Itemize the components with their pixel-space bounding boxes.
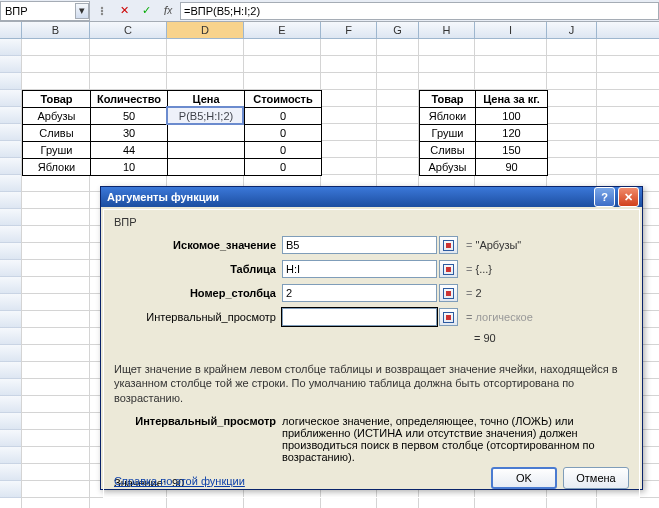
table-cell[interactable]: Сливы	[23, 125, 91, 142]
row-header[interactable]	[0, 209, 22, 226]
name-box-text: ВПР	[5, 5, 28, 17]
column-header-E[interactable]: E	[244, 22, 321, 38]
name-box[interactable]: ВПР ▾	[0, 1, 90, 21]
row-header[interactable]	[0, 328, 22, 345]
row-header[interactable]	[0, 56, 22, 73]
table-cell[interactable]: 44	[91, 142, 168, 159]
range-selector-icon[interactable]	[439, 236, 458, 254]
table-cell[interactable]: 0	[245, 159, 322, 176]
table-cell[interactable]: 0	[245, 108, 322, 125]
argument-row: Номер_столбца2= 2	[114, 282, 629, 304]
argument-label: Таблица	[114, 263, 282, 275]
dialog-close-button[interactable]: ✕	[618, 187, 639, 207]
range-selector-icon[interactable]	[439, 260, 458, 278]
row-header[interactable]	[0, 481, 22, 498]
dialog-title: Аргументы функции	[107, 191, 219, 203]
svg-point-2	[101, 12, 103, 14]
table-row: Сливы300	[23, 125, 322, 142]
table-cell[interactable]: 120	[476, 125, 548, 142]
row-header[interactable]	[0, 192, 22, 209]
name-box-dropdown-icon[interactable]: ▾	[75, 3, 89, 19]
cancel-button[interactable]: Отмена	[563, 467, 629, 489]
row-header[interactable]	[0, 90, 22, 107]
argument-eval: = {...}	[466, 263, 492, 275]
argument-input[interactable]: H:I	[282, 260, 437, 278]
row-header[interactable]	[0, 39, 22, 56]
cancel-formula-icon[interactable]: ✕	[114, 2, 134, 20]
row-header[interactable]	[0, 413, 22, 430]
argument-row: Интервальный_просмотр= логическое	[114, 306, 629, 328]
row-header[interactable]	[0, 362, 22, 379]
table-cell[interactable]: Арбузы	[23, 108, 91, 125]
table-cell[interactable]: 10	[91, 159, 168, 176]
table-cell[interactable]: 50	[91, 108, 168, 125]
row-header[interactable]	[0, 430, 22, 447]
argument-row: ТаблицаH:I= {...}	[114, 258, 629, 280]
table-cell[interactable]: Сливы	[420, 142, 476, 159]
table-cell[interactable]: 90	[476, 159, 548, 176]
row-header[interactable]	[0, 260, 22, 277]
table-cell[interactable]: 100	[476, 108, 548, 125]
table-cell[interactable]: Р(B5;H:I;2)	[168, 108, 245, 125]
column-header-B[interactable]: B	[22, 22, 90, 38]
row-header[interactable]	[0, 124, 22, 141]
dialog-titlebar[interactable]: Аргументы функции ? ✕	[101, 187, 642, 207]
row-header[interactable]	[0, 158, 22, 175]
table-cell[interactable]: 0	[245, 125, 322, 142]
table-row: Груши120	[420, 125, 548, 142]
row-header[interactable]	[0, 294, 22, 311]
table-header: Товар	[420, 91, 476, 108]
column-header-I[interactable]: I	[475, 22, 547, 38]
dialog-help-button[interactable]: ?	[594, 187, 615, 207]
argument-input[interactable]: B5	[282, 236, 437, 254]
argument-input[interactable]: 2	[282, 284, 437, 302]
row-header[interactable]	[0, 243, 22, 260]
ok-button[interactable]: OK	[491, 467, 557, 489]
table-cell[interactable]: Яблоки	[23, 159, 91, 176]
table-cell[interactable]: 0	[245, 142, 322, 159]
formula-input[interactable]: =ВПР(B5;H:I;2)	[180, 2, 659, 20]
table-cell[interactable]: Груши	[420, 125, 476, 142]
row-header[interactable]	[0, 141, 22, 158]
row-header[interactable]	[0, 277, 22, 294]
table-cell[interactable]: 150	[476, 142, 548, 159]
column-header-J[interactable]: J	[547, 22, 597, 38]
table-header: Товар	[23, 91, 91, 108]
table-cell[interactable]: Яблоки	[420, 108, 476, 125]
table-header: Цена за кг.	[476, 91, 548, 108]
column-header-C[interactable]: C	[90, 22, 167, 38]
column-header-D[interactable]: D	[167, 22, 244, 38]
argument-row: Искомое_значениеB5= "Арбузы"	[114, 234, 629, 256]
row-header[interactable]	[0, 73, 22, 90]
column-header-H[interactable]: H	[419, 22, 475, 38]
column-headers: BCDEFGHIJ	[0, 22, 659, 39]
row-header[interactable]	[0, 396, 22, 413]
row-header[interactable]	[0, 464, 22, 481]
table-cell[interactable]	[168, 159, 245, 176]
row-header[interactable]	[0, 226, 22, 243]
argument-eval: = "Арбузы"	[466, 239, 521, 251]
select-all-corner[interactable]	[0, 22, 22, 38]
row-header[interactable]	[0, 107, 22, 124]
range-selector-icon[interactable]	[439, 308, 458, 326]
help-link[interactable]: Справка по этой функции	[114, 475, 245, 487]
table-cell[interactable]	[168, 142, 245, 159]
table-row: Яблоки100	[23, 159, 322, 176]
row-header[interactable]	[0, 379, 22, 396]
row-header[interactable]	[0, 447, 22, 464]
table-header: Количество	[91, 91, 168, 108]
table-cell[interactable]: 30	[91, 125, 168, 142]
argument-input[interactable]	[282, 308, 437, 326]
enter-formula-icon[interactable]: ✓	[136, 2, 156, 20]
table-cell[interactable]	[168, 125, 245, 142]
row-header[interactable]	[0, 311, 22, 328]
preview-result: = 90	[474, 332, 629, 344]
insert-function-icon[interactable]: fx	[158, 2, 178, 20]
range-selector-icon[interactable]	[439, 284, 458, 302]
row-header[interactable]	[0, 175, 22, 192]
column-header-G[interactable]: G	[377, 22, 419, 38]
table-cell[interactable]: Груши	[23, 142, 91, 159]
table-cell[interactable]: Арбузы	[420, 159, 476, 176]
row-header[interactable]	[0, 345, 22, 362]
column-header-F[interactable]: F	[321, 22, 377, 38]
